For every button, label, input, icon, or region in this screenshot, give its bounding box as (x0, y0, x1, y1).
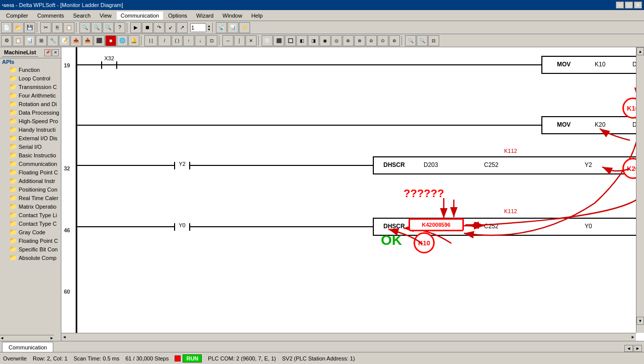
tb2-misc9[interactable]: ⊗ (354, 35, 365, 46)
tb2-4[interactable]: ⊞ (36, 35, 47, 46)
monitor-btn[interactable]: 📊 (227, 22, 238, 33)
help-btn[interactable]: ? (114, 22, 125, 33)
sidebar-item-absolute[interactable]: 📁 Absolute Comp (0, 253, 61, 262)
menu-search[interactable]: Search (69, 12, 95, 20)
zoom-in-btn[interactable]: 🔍 (79, 22, 91, 33)
tb2-contact-nc[interactable]: / (158, 35, 171, 46)
tb2-misc1[interactable]: ⬜ (262, 35, 273, 46)
tb2-misc11[interactable]: ⊙ (377, 35, 388, 46)
tb2-misc12[interactable]: ⊚ (389, 35, 400, 46)
sidebar-item-handy[interactable]: 📁 Handy Instructi (0, 125, 61, 134)
write-btn[interactable]: ↗ (177, 22, 188, 33)
tb2-misc3[interactable]: 🔲 (285, 35, 296, 46)
sidebar-item-function[interactable]: 📁 Function (0, 65, 61, 74)
sidebar-item-serial[interactable]: 📁 Serial I/O (0, 142, 61, 151)
sidebar-item-contact-c[interactable]: 📁 Contact Type C (0, 219, 61, 228)
menu-help[interactable]: Help (247, 12, 267, 20)
tb2-3[interactable]: 📊 (24, 35, 35, 46)
tb2-contact-no[interactable]: | | (144, 35, 157, 46)
open-btn[interactable]: 📂 (13, 22, 24, 33)
tb2-5[interactable]: 🔧 (47, 35, 58, 46)
stop-btn[interactable]: ⏹ (142, 22, 153, 33)
menu-communication[interactable]: Communication (117, 12, 163, 20)
tb2-falling[interactable]: ↓ (195, 35, 206, 46)
tb2-coil[interactable]: ( ) (172, 35, 183, 46)
sidebar-item-contact-li[interactable]: 📁 Contact Type Li (0, 211, 61, 219)
menu-options[interactable]: Options (164, 12, 191, 20)
sidebar-item-rotation[interactable]: 📁 Rotation and Di (0, 100, 61, 108)
restore-button[interactable]: □ (625, 2, 633, 9)
tab-right-btn[interactable]: ► (633, 345, 642, 352)
tb2-zoom3[interactable]: ⊟ (428, 35, 439, 46)
sidebar-item-four-arith[interactable]: 📁 Four Arithmetic (0, 91, 61, 100)
tb2-app-block[interactable]: ⊡ (206, 35, 217, 46)
sidebar-scroll-left[interactable]: ◄ (0, 336, 4, 340)
step-btn[interactable]: ↷ (153, 22, 165, 33)
sidebar-close[interactable]: ✕ (52, 49, 59, 56)
menu-comments[interactable]: Comments (33, 12, 68, 20)
copy-btn[interactable]: ⎘ (52, 22, 63, 33)
force-btn[interactable]: ⚡ (239, 22, 250, 33)
sidebar-item-floating[interactable]: 📁 Floating Point C (0, 168, 61, 176)
menu-compiler[interactable]: Compiler (2, 12, 32, 20)
tb2-misc8[interactable]: ⊕ (343, 35, 354, 46)
step-up[interactable]: ▲ (207, 24, 211, 28)
sidebar-item-external-io[interactable]: 📁 External I/O Dis (0, 134, 61, 142)
sidebar-item-gray-code[interactable]: 📁 Gray Code (0, 228, 61, 236)
close-button[interactable]: ✕ (634, 2, 642, 9)
sidebar-item-realtime[interactable]: 📁 Real Time Caler (0, 194, 61, 202)
tb2-8[interactable]: 📥 (82, 35, 93, 46)
sidebar-scroll-right[interactable]: ► (50, 336, 54, 340)
minimize-button[interactable]: ─ (616, 2, 624, 9)
tb2-misc4[interactable]: ◧ (296, 35, 307, 46)
tb2-12[interactable]: 🔔 (128, 35, 139, 46)
zoom-out-btn[interactable]: 🔍 (103, 22, 114, 33)
tb2-zoom1[interactable]: 🔍 (405, 35, 416, 46)
menu-wizard[interactable]: Wizard (192, 12, 217, 20)
save-btn[interactable]: 💾 (24, 22, 35, 33)
diagram-area[interactable]: 19 X32 MOV K10 D303 (61, 47, 644, 341)
paste-btn[interactable]: 📋 (63, 22, 74, 33)
run-btn[interactable]: ▶ (130, 22, 141, 33)
tb2-6[interactable]: 📝 (59, 35, 70, 46)
sidebar-item-additional[interactable]: 📁 Additional Instr (0, 176, 61, 185)
sidebar-item-specific[interactable]: 📁 Specific Bit Con (0, 245, 61, 253)
sidebar-item-floating2[interactable]: 📁 Floating Point C (0, 236, 61, 245)
sidebar-item-communication[interactable]: 📁 Communication (0, 159, 61, 168)
sidebar-item-matrix[interactable]: 📁 Matrix Operatio (0, 202, 61, 211)
sidebar-item-basic[interactable]: 📁 Basic Instructio (0, 151, 61, 159)
tb2-zoom2[interactable]: 🔍 (417, 35, 428, 46)
tb2-delete[interactable]: ✕ (246, 35, 257, 46)
read-btn[interactable]: ↙ (165, 22, 176, 33)
menu-view[interactable]: View (96, 12, 116, 20)
tb2-rising[interactable]: ↑ (183, 35, 194, 46)
tb2-11[interactable]: 🌐 (117, 35, 128, 46)
tb2-misc2[interactable]: ⬛ (273, 35, 284, 46)
diagram-vscroll[interactable]: ▲ ▼ (636, 47, 644, 333)
diagram-hscroll[interactable]: ◄ ► (61, 333, 636, 341)
tb2-2[interactable]: 📋 (13, 35, 24, 46)
tb2-misc6[interactable]: ◉ (319, 35, 331, 46)
tb2-1[interactable]: ⚙ (1, 35, 12, 46)
cut-btn[interactable]: ✂ (40, 22, 51, 33)
tb2-misc10[interactable]: ⊘ (366, 35, 377, 46)
menu-window[interactable]: Window (218, 12, 246, 20)
vscroll-down[interactable]: ▼ (636, 317, 644, 325)
sidebar-item-loop-control[interactable]: 📁 Loop Control (0, 74, 61, 82)
sidebar-pin[interactable]: 📌 (44, 49, 51, 56)
sidebar-item-high-speed[interactable]: 📁 High-Speed Pro (0, 117, 61, 125)
tb2-misc5[interactable]: ◨ (308, 35, 319, 46)
hscroll-left[interactable]: ◄ (61, 335, 67, 339)
step-down[interactable]: ▼ (207, 28, 211, 31)
tb2-misc7[interactable]: ◎ (331, 35, 342, 46)
sidebar-item-transmission[interactable]: 📁 Transmission C (0, 82, 61, 91)
comm-btn[interactable]: 📡 (216, 22, 227, 33)
sidebar-item-positioning[interactable]: 📁 Positioning Con (0, 185, 61, 194)
tb2-10[interactable]: ■ (105, 35, 116, 46)
tb2-v-line[interactable]: │ (234, 35, 245, 46)
tab-communication[interactable]: Communication (2, 342, 53, 352)
tb2-7[interactable]: 📤 (70, 35, 82, 46)
step-input[interactable] (190, 23, 206, 32)
zoom-normal-btn[interactable]: 🔍 (91, 22, 102, 33)
tab-left-btn[interactable]: ◄ (624, 345, 633, 352)
